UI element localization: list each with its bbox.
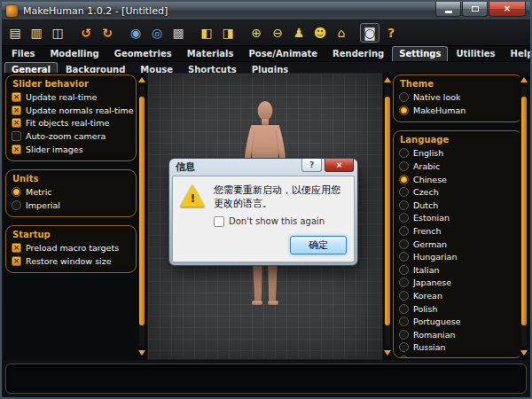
tab-geometries[interactable]: Geometries <box>107 46 179 61</box>
tab-rendering[interactable]: Rendering <box>325 46 391 61</box>
language-option[interactable]: Hungarian <box>399 251 517 263</box>
language-option[interactable]: Japanese <box>399 277 517 289</box>
checkbox-row-preload-targets[interactable]: Preload macro targets <box>12 242 130 254</box>
right-panel-inner-scrollbar[interactable] <box>383 74 392 358</box>
scroll-thumb[interactable] <box>139 97 145 326</box>
material-globe-icon[interactable]: ◎ <box>147 23 167 43</box>
scroll-up-icon[interactable] <box>384 77 391 82</box>
tab-materials[interactable]: Materials <box>180 46 241 61</box>
checkbox[interactable] <box>12 131 21 141</box>
checkbox[interactable] <box>12 106 21 115</box>
minimize-button[interactable] <box>435 2 461 17</box>
language-option[interactable]: Czech <box>399 186 517 199</box>
checkbox[interactable] <box>12 256 21 266</box>
theme-option-makehuman[interactable]: MakeHuman <box>399 105 517 117</box>
language-option[interactable]: Spanish <box>399 355 517 358</box>
dialog-close-button[interactable]: × <box>325 159 354 172</box>
radio[interactable] <box>399 291 409 301</box>
ok-button[interactable]: 确定 <box>290 236 347 254</box>
close-button[interactable]: × <box>489 2 526 17</box>
checkbox-row-auto-zoom[interactable]: Auto-zoom camera <box>12 130 130 143</box>
tab-utilities[interactable]: Utilities <box>449 46 502 61</box>
language-option[interactable]: Korean <box>399 290 517 302</box>
tab-help[interactable]: Help <box>504 46 532 61</box>
tab-pose-animate[interactable]: Pose/Animate <box>241 46 325 61</box>
radio[interactable] <box>399 226 409 236</box>
tab-files[interactable]: Files <box>4 46 42 61</box>
grab-screen-icon[interactable]: ◙ <box>360 23 379 43</box>
language-option[interactable]: Polish <box>399 302 517 315</box>
dont-show-again-checkbox[interactable] <box>214 216 224 227</box>
scroll-up-icon[interactable] <box>520 77 528 82</box>
grid-toggle-icon[interactable]: ▩ <box>168 23 188 43</box>
symmetry-left-icon[interactable]: ◧ <box>197 23 216 43</box>
checkbox[interactable] <box>12 145 21 154</box>
tab-modelling[interactable]: Modelling <box>43 46 106 61</box>
left-panel-scrollbar[interactable] <box>137 74 146 358</box>
load-file-icon[interactable]: ▥ <box>27 23 46 43</box>
checkbox-row-update-realtime[interactable]: Update real-time <box>12 91 130 104</box>
tab-settings[interactable]: Settings <box>392 46 448 61</box>
radio[interactable] <box>399 330 409 340</box>
radio[interactable] <box>399 200 409 210</box>
language-option[interactable]: Arabic <box>399 160 517 173</box>
undo-icon[interactable]: ↺ <box>76 23 96 43</box>
language-option[interactable]: Estonian <box>399 212 517 224</box>
radio[interactable] <box>399 356 409 358</box>
language-option[interactable]: Romanian <box>399 329 517 341</box>
dont-show-again-row[interactable]: Don't show this again <box>214 216 347 227</box>
redo-icon[interactable]: ↻ <box>98 23 117 43</box>
checkbox-row-fit-objects[interactable]: Fit objects real-time <box>12 117 130 129</box>
language-option[interactable]: Russian <box>399 341 517 354</box>
radio[interactable] <box>399 187 409 197</box>
right-panel-scrollbar[interactable] <box>520 74 528 358</box>
radio[interactable] <box>399 239 409 249</box>
radio-row-imperial[interactable]: Imperial <box>12 200 130 212</box>
scroll-track[interactable] <box>521 86 527 347</box>
radio[interactable] <box>399 317 409 326</box>
scroll-thumb[interactable] <box>385 97 390 326</box>
face-view-icon[interactable]: ☻ <box>310 23 330 43</box>
radio[interactable] <box>399 213 409 223</box>
checkbox-row-restore-window[interactable]: Restore window size <box>12 255 130 268</box>
help-icon[interactable]: ? <box>381 23 401 43</box>
radio-row-metric[interactable]: Metric <box>12 186 130 199</box>
symmetry-right-icon[interactable]: ◨ <box>218 23 238 43</box>
globe-icon[interactable]: ◉ <box>126 23 145 43</box>
radio[interactable] <box>399 265 409 275</box>
checkbox[interactable] <box>12 243 21 253</box>
radio[interactable] <box>399 92 409 102</box>
scroll-down-icon[interactable] <box>384 350 391 356</box>
theme-option-native[interactable]: Native look <box>399 91 517 104</box>
zoom-in-icon[interactable]: ⊕ <box>246 23 266 43</box>
scroll-track[interactable] <box>139 86 145 347</box>
scroll-thumb[interactable] <box>521 97 527 326</box>
language-option[interactable]: Portuguese <box>399 316 517 328</box>
scroll-up-icon[interactable] <box>138 77 145 82</box>
language-option[interactable]: Dutch <box>399 200 517 212</box>
scroll-track[interactable] <box>385 86 390 347</box>
dialog-help-button[interactable]: ? <box>301 159 322 172</box>
radio[interactable] <box>399 304 409 314</box>
language-option[interactable]: French <box>399 225 517 238</box>
radio[interactable] <box>399 148 409 158</box>
reset-view-icon[interactable]: ⌂ <box>332 23 351 43</box>
language-option[interactable]: Chinese <box>399 173 517 185</box>
view-person-icon[interactable]: ♟ <box>289 23 309 43</box>
radio[interactable] <box>399 175 409 184</box>
radio[interactable] <box>12 200 21 210</box>
radio[interactable] <box>399 278 409 287</box>
radio[interactable] <box>399 342 409 352</box>
scroll-down-icon[interactable] <box>520 350 528 356</box>
checkbox-row-update-normals[interactable]: Update normals real-time <box>12 105 130 117</box>
titlebar[interactable]: MakeHuman 1.0.2 - [Untitled] × <box>2 2 530 20</box>
log-console[interactable] <box>5 364 527 394</box>
save-file-icon[interactable]: ◫ <box>48 23 67 43</box>
radio[interactable] <box>399 161 409 171</box>
language-option[interactable]: German <box>399 238 517 250</box>
language-option[interactable]: Italian <box>399 264 517 277</box>
new-file-icon[interactable]: ▤ <box>5 23 25 43</box>
radio[interactable] <box>399 106 409 115</box>
checkbox[interactable] <box>12 118 21 128</box>
checkbox[interactable] <box>12 92 21 102</box>
